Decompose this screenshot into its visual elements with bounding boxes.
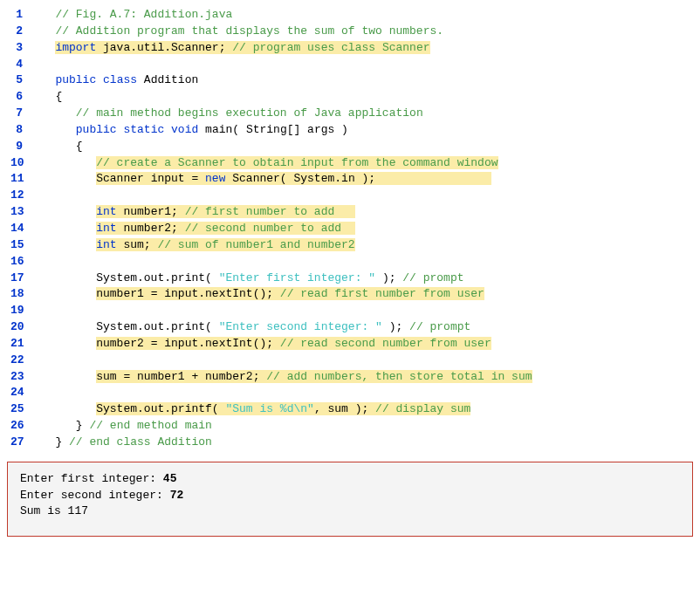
code-content: number2 = input.nextInt(); // read secon…: [35, 336, 690, 353]
output-line: Sum is 117: [20, 503, 680, 520]
code-content: System.out.printf( "Sum is %d\n", sum );…: [35, 401, 690, 418]
code-line: 6 {: [10, 89, 690, 106]
line-number: 27: [10, 435, 35, 451]
code-line: 4: [10, 57, 690, 73]
code-line: 3 import java.util.Scanner; // program u…: [10, 40, 690, 57]
line-number: 2: [10, 24, 35, 40]
code-content: import java.util.Scanner; // program use…: [35, 40, 690, 57]
code-content: [35, 385, 690, 401]
code-line: 26 } // end method main: [10, 418, 690, 435]
code-content: public static void main( String[] args ): [35, 122, 690, 139]
code-line: 27 } // end class Addition: [10, 435, 690, 451]
line-number: 21: [10, 336, 35, 353]
line-number: 24: [10, 385, 35, 401]
code-line: 25 System.out.printf( "Sum is %d\n", sum…: [10, 401, 690, 418]
code-content: int number2; // second number to add: [35, 221, 690, 237]
code-line: 15 int sum; // sum of number1 and number…: [10, 237, 690, 254]
code-line: 7 // main method begins execution of Jav…: [10, 106, 690, 122]
line-number: 4: [10, 57, 35, 73]
code-content: [35, 353, 690, 369]
code-content: int number1; // first number to add: [35, 204, 690, 221]
output-line: Enter second integer: 72: [20, 488, 680, 504]
code-content: [35, 303, 690, 319]
code-listing: 1 // Fig. A.7: Addition.java2 // Additio…: [3, 3, 697, 456]
code-content: System.out.print( "Enter first integer: …: [35, 271, 690, 287]
code-content: number1 = input.nextInt(); // read first…: [35, 286, 690, 303]
code-line: 17 System.out.print( "Enter first intege…: [10, 271, 690, 287]
code-line: 2 // Addition program that displays the …: [10, 24, 690, 40]
line-number: 25: [10, 401, 35, 418]
line-number: 22: [10, 353, 35, 369]
code-line: 19: [10, 303, 690, 319]
code-line: 24: [10, 385, 690, 401]
line-number: 5: [10, 72, 35, 89]
line-number: 10: [10, 155, 35, 172]
line-number: 1: [10, 7, 35, 24]
code-content: {: [35, 89, 690, 106]
line-number: 14: [10, 221, 35, 237]
code-line: 5 public class Addition: [10, 72, 690, 89]
line-number: 26: [10, 418, 35, 435]
code-line: 20 System.out.print( "Enter second integ…: [10, 319, 690, 336]
code-line: 23 sum = number1 + number2; // add numbe…: [10, 369, 690, 386]
line-number: 8: [10, 122, 35, 139]
code-line: 13 int number1; // first number to add: [10, 204, 690, 221]
line-number: 7: [10, 106, 35, 122]
code-line: 14 int number2; // second number to add: [10, 221, 690, 237]
code-content: [35, 57, 690, 73]
code-line: 1 // Fig. A.7: Addition.java: [10, 7, 690, 24]
code-line: 18 number1 = input.nextInt(); // read fi…: [10, 286, 690, 303]
code-line: 12: [10, 188, 690, 204]
code-content: int sum; // sum of number1 and number2: [35, 237, 690, 254]
code-line: 8 public static void main( String[] args…: [10, 122, 690, 139]
line-number: 12: [10, 188, 35, 204]
code-content: // create a Scanner to obtain input from…: [35, 155, 690, 172]
code-content: System.out.print( "Enter second integer:…: [35, 319, 690, 336]
code-content: {: [35, 139, 690, 155]
line-number: 3: [10, 40, 35, 57]
line-number: 16: [10, 254, 35, 271]
line-number: 15: [10, 237, 35, 254]
code-content: // main method begins execution of Java …: [35, 106, 690, 122]
code-line: 21 number2 = input.nextInt(); // read se…: [10, 336, 690, 353]
code-content: [35, 254, 690, 271]
line-number: 23: [10, 369, 35, 386]
line-number: 13: [10, 204, 35, 221]
code-line: 10 // create a Scanner to obtain input f…: [10, 155, 690, 172]
code-content: } // end method main: [35, 418, 690, 435]
line-number: 11: [10, 171, 35, 188]
code-content: sum = number1 + number2; // add numbers,…: [35, 369, 690, 386]
line-number: 9: [10, 139, 35, 155]
program-output: Enter first integer: 45Enter second inte…: [7, 462, 693, 538]
code-content: // Addition program that displays the su…: [35, 24, 690, 40]
line-number: 17: [10, 271, 35, 287]
code-content: public class Addition: [35, 72, 690, 89]
line-number: 20: [10, 319, 35, 336]
code-content: Scanner input = new Scanner( System.in )…: [35, 171, 690, 188]
code-line: 9 {: [10, 139, 690, 155]
line-number: 18: [10, 286, 35, 303]
line-number: 19: [10, 303, 35, 319]
line-number: 6: [10, 89, 35, 106]
output-line: Enter first integer: 45: [20, 471, 680, 488]
code-content: [35, 188, 690, 204]
code-line: 16: [10, 254, 690, 271]
code-line: 22: [10, 353, 690, 369]
code-line: 11 Scanner input = new Scanner( System.i…: [10, 171, 690, 188]
code-content: } // end class Addition: [35, 435, 690, 451]
code-content: // Fig. A.7: Addition.java: [35, 7, 690, 24]
